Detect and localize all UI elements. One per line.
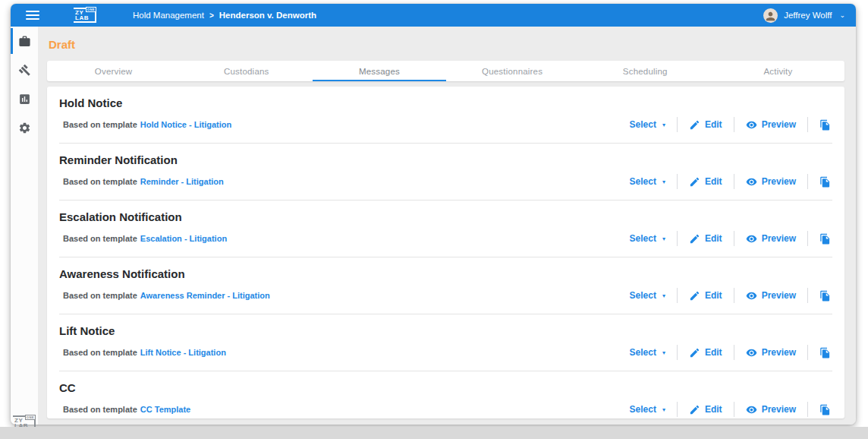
template-link[interactable]: Escalation - Litigation (140, 234, 227, 243)
tab-questionnaires[interactable]: Questionnaires (446, 61, 579, 81)
template-line: Based on templateLift Notice - Litigatio… (63, 348, 226, 357)
select-button[interactable]: Select▾ (628, 290, 667, 301)
select-button[interactable]: Select▾ (628, 347, 667, 358)
preview-button[interactable]: Preview (744, 119, 797, 131)
app-window: ZY LAB ONE Hold Management > Henderson v… (11, 4, 856, 425)
main-content: Draft Overview Custodians Messages Quest… (38, 27, 856, 425)
caret-down-icon: ▾ (662, 122, 665, 128)
message-actions: Select▾ Edit Preview (628, 402, 832, 417)
chevron-down-icon: ⌄ (839, 11, 845, 19)
caret-down-icon: ▾ (662, 292, 665, 299)
edit-button[interactable]: Edit (687, 290, 724, 302)
preview-button[interactable]: Preview (744, 176, 797, 188)
preview-button[interactable]: Preview (744, 290, 797, 302)
edit-button[interactable]: Edit (687, 404, 724, 415)
copy-button[interactable] (818, 233, 832, 245)
sidebar-item-settings[interactable] (11, 113, 38, 142)
divider (677, 174, 678, 189)
template-line: Based on templateReminder - Litigation (63, 177, 224, 186)
template-link[interactable]: Lift Notice - Litigation (140, 348, 226, 357)
message-actions: Select▾ Edit Preview (628, 231, 832, 246)
tab-messages[interactable]: Messages (313, 61, 445, 81)
divider (677, 345, 678, 360)
copy-button[interactable] (818, 119, 832, 131)
caret-down-icon: ▾ (662, 235, 665, 242)
sidebar-item-reports[interactable] (11, 84, 38, 113)
divider (734, 345, 734, 360)
template-prefix: Based on template (63, 177, 137, 186)
app-logo: ZY LAB ONE (74, 8, 96, 23)
briefcase-icon (18, 35, 31, 48)
user-menu[interactable]: Jeffrey Wolff ⌄ (763, 8, 845, 23)
desktop-strip (0, 427, 868, 439)
preview-button[interactable]: Preview (744, 347, 797, 358)
divider (677, 231, 678, 246)
preview-icon (746, 290, 757, 302)
edit-button[interactable]: Edit (687, 176, 724, 188)
select-button[interactable]: Select▾ (628, 176, 667, 187)
edit-icon (689, 347, 700, 358)
sidebar-item-legal[interactable] (11, 55, 38, 84)
breadcrumb-section[interactable]: Hold Management (133, 11, 204, 20)
message-actions: Select▾ Edit Preview (628, 345, 832, 360)
preview-button[interactable]: Preview (744, 404, 797, 415)
sidebar: ZY LAB ONE (11, 27, 38, 425)
copy-button[interactable] (818, 176, 832, 188)
template-prefix: Based on template (63, 234, 137, 243)
message-actions: Select▾ Edit Preview (628, 174, 832, 189)
edit-icon (689, 290, 700, 302)
sidebar-item-holds[interactable] (11, 27, 38, 55)
breadcrumb: Hold Management > Henderson v. Denworth (133, 11, 316, 20)
tab-overview[interactable]: Overview (47, 61, 180, 81)
divider (807, 345, 808, 360)
copy-icon (819, 233, 831, 245)
template-link[interactable]: Reminder - Litigation (140, 177, 224, 186)
divider (677, 288, 678, 303)
menu-icon[interactable] (26, 11, 39, 20)
select-button[interactable]: Select▾ (628, 404, 667, 415)
copy-button[interactable] (818, 404, 832, 415)
edit-button[interactable]: Edit (687, 119, 724, 131)
message-title: Hold Notice (59, 96, 832, 109)
divider (807, 117, 808, 132)
select-button[interactable]: Select▾ (628, 119, 667, 130)
divider (807, 231, 808, 246)
message-title: Reminder Notification (59, 153, 832, 166)
tab-activity[interactable]: Activity (712, 61, 844, 81)
template-line: Based on templateEscalation - Litigation (63, 234, 227, 243)
preview-button[interactable]: Preview (744, 233, 797, 245)
message-section-reminder: Reminder Notification Based on templateR… (47, 144, 844, 201)
divider (734, 402, 734, 417)
divider (734, 231, 734, 246)
template-link[interactable]: Awareness Reminder - Litigation (140, 291, 270, 300)
logo-badge: ONE (25, 415, 36, 420)
message-title: Awareness Notification (59, 267, 832, 280)
template-link[interactable]: CC Template (140, 405, 190, 414)
copy-icon (819, 347, 831, 358)
message-actions: Select▾ Edit Preview (628, 117, 832, 132)
edit-button[interactable]: Edit (687, 233, 724, 245)
gavel-icon (18, 64, 31, 77)
divider (807, 402, 808, 417)
tab-custodians[interactable]: Custodians (180, 61, 313, 81)
message-section-cc: CC Based on templateCC Template Select▾ … (47, 371, 844, 418)
copy-icon (819, 290, 831, 302)
message-section-awareness: Awareness Notification Based on template… (47, 257, 844, 314)
copy-button[interactable] (818, 347, 832, 358)
template-link[interactable]: Hold Notice - Litigation (140, 120, 231, 129)
preview-icon (746, 176, 757, 188)
message-section-lift-notice: Lift Notice Based on templateLift Notice… (47, 314, 844, 371)
template-prefix: Based on template (63, 405, 137, 414)
breadcrumb-current: Henderson v. Denworth (219, 11, 316, 20)
edit-button[interactable]: Edit (687, 347, 724, 358)
divider (677, 117, 678, 132)
copy-button[interactable] (818, 290, 832, 302)
select-button[interactable]: Select▾ (628, 233, 667, 244)
person-icon (764, 10, 777, 23)
top-bar: ZY LAB ONE Hold Management > Henderson v… (11, 4, 856, 27)
template-line: Based on templateHold Notice - Litigatio… (63, 120, 231, 129)
edit-icon (689, 176, 700, 188)
tab-scheduling[interactable]: Scheduling (579, 61, 712, 81)
caret-down-icon: ▾ (662, 406, 665, 413)
template-prefix: Based on template (63, 348, 137, 357)
